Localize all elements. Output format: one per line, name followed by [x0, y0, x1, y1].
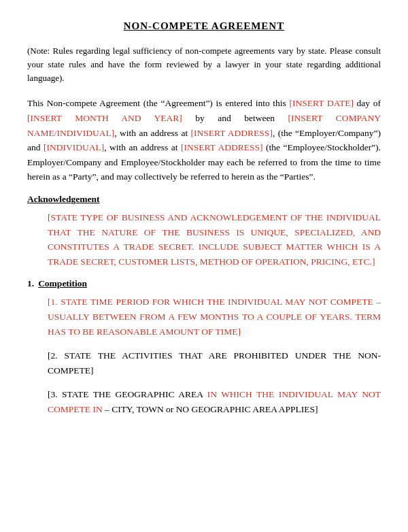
- note-text: (Note: Rules regarding legal sufficiency…: [27, 46, 381, 83]
- intro-insert5: [INDIVIDUAL]: [44, 142, 104, 152]
- ack-insert: [STATE TYPE OF BUSINESS AND ACKNOWLEDGEM…: [48, 212, 381, 267]
- intro-insert4: [INSERT ADDRESS]: [191, 128, 273, 138]
- competition-blocks: [1. STATE TIME PERIOD FOR WHICH THE INDI…: [48, 295, 381, 416]
- acknowledgement-text: [STATE TYPE OF BUSINESS AND ACKNOWLEDGEM…: [48, 210, 381, 269]
- acknowledgement-block: [STATE TYPE OF BUSINESS AND ACKNOWLEDGEM…: [48, 210, 381, 269]
- competition-section: 1. Competition [1. STATE TIME PERIOD FOR…: [27, 278, 381, 416]
- intro-part2: day of: [354, 98, 381, 108]
- competition-block2-text: [2. STATE THE ACTIVITIES THAT ARE PROHIB…: [48, 350, 381, 376]
- document-title: NON-COMPETE AGREEMENT: [27, 20, 381, 32]
- intro-part3: by and between: [182, 113, 288, 123]
- intro-part4: , with an address at: [114, 128, 190, 138]
- competition-block2: [2. STATE THE ACTIVITIES THAT ARE PROHIB…: [48, 348, 381, 378]
- intro-part6: , with an address at: [104, 142, 181, 152]
- competition-header: 1. Competition: [27, 278, 381, 289]
- competition-block3-part1: [3. STATE THE GEOGRAPHIC AREA: [48, 389, 207, 399]
- intro-part1: This Non-compete Agreement (the “Agreeme…: [27, 98, 290, 108]
- competition-block3: [3. STATE THE GEOGRAPHIC AREA IN WHICH T…: [48, 387, 381, 416]
- competition-block3-part2: – CITY, TOWN or NO GEOGRAPHIC AREA APPLI…: [103, 404, 318, 414]
- note-block: (Note: Rules regarding legal sufficiency…: [27, 44, 381, 85]
- competition-block1: [1. STATE TIME PERIOD FOR WHICH THE INDI…: [48, 295, 381, 339]
- acknowledgement-heading: Acknowledgement: [27, 194, 381, 205]
- competition-block1-insert: [1. STATE TIME PERIOD FOR WHICH THE INDI…: [48, 297, 381, 336]
- intro-insert2: [INSERT MONTH AND YEAR]: [27, 113, 182, 123]
- intro-paragraph: This Non-compete Agreement (the “Agreeme…: [27, 96, 381, 184]
- competition-heading: Competition: [38, 278, 87, 289]
- competition-number: 1.: [27, 278, 34, 289]
- intro-insert6: [INSERT ADDRESS]: [181, 142, 262, 152]
- document-container: NON-COMPETE AGREEMENT (Note: Rules regar…: [27, 20, 381, 417]
- intro-insert1: [INSERT DATE]: [290, 98, 354, 108]
